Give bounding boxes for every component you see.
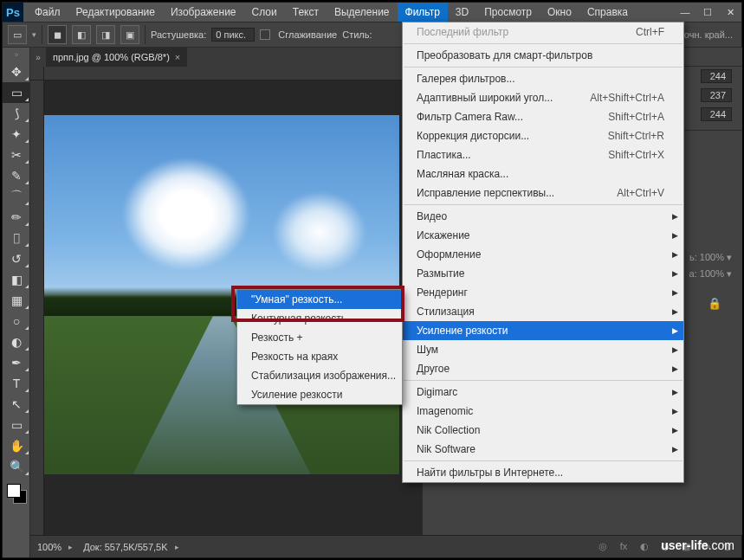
menu-browse-filters[interactable]: Найти фильтры в Интернете... <box>403 463 683 482</box>
tool-eraser[interactable]: ◧ <box>3 269 30 290</box>
sharpen-submenu: "Умная" резкость... Контурная резкость..… <box>236 289 403 405</box>
status-icon-1[interactable]: ◎ <box>594 541 611 552</box>
menu-file[interactable]: Файл <box>27 3 68 22</box>
fill-label: а: <box>689 268 697 279</box>
menu-filter[interactable]: Фильтр <box>398 3 448 22</box>
menu-noise[interactable]: Шум▶ <box>403 340 683 359</box>
menu-blur[interactable]: Размытие▶ <box>403 264 683 283</box>
submenu-smart-sharpen[interactable]: "Умная" резкость... <box>237 290 402 309</box>
antialias-checkbox[interactable] <box>260 29 270 40</box>
menu-3d[interactable]: 3D <box>448 3 476 22</box>
menu-digimarc[interactable]: Digimarc▶ <box>403 383 683 402</box>
menu-nik-collection[interactable]: Nik Collection▶ <box>403 421 683 440</box>
close-button[interactable]: ✕ <box>719 3 741 22</box>
status-bar: 100% ▸ Док: 557,5K/557,5K ▸ ◎ fx ◐ ◑ ▦ ✎… <box>30 535 741 557</box>
doc-info-chevron-icon[interactable]: ▸ <box>175 543 190 551</box>
tool-blur[interactable]: ○ <box>3 311 30 331</box>
menu-edit[interactable]: Редактирование <box>68 3 163 22</box>
menu-video[interactable]: Видео▶ <box>403 207 683 226</box>
tool-type[interactable]: T <box>3 373 30 394</box>
app-window: Ps Файл Редактирование Изображение Слои … <box>2 2 742 558</box>
tool-shape[interactable]: ▭ <box>3 415 30 435</box>
menu-oil-paint[interactable]: Масляная краска... <box>403 164 683 183</box>
antialias-label: Сглаживание <box>278 29 337 40</box>
tool-zoom[interactable]: 🔍 <box>3 456 30 477</box>
zoom-field[interactable]: 100% <box>30 542 68 552</box>
menu-imagenomic[interactable]: Imagenomic▶ <box>403 402 683 421</box>
submenu-contour-sharpness[interactable]: Контурная резкость... <box>237 309 402 328</box>
menu-text[interactable]: Текст <box>285 3 327 22</box>
selection-mode-add[interactable]: ◧ <box>72 25 91 44</box>
opacity-label: ь: <box>689 252 697 262</box>
menu-nik-software[interactable]: Nik Software▶ <box>403 440 683 459</box>
selection-mode-intersect[interactable]: ▣ <box>120 25 139 44</box>
submenu-sharpen-plus[interactable]: Резкость + <box>237 328 402 347</box>
menu-adaptive-wide[interactable]: Адаптивный широкий угол...Alt+Shift+Ctrl… <box>403 88 683 107</box>
menu-distort[interactable]: Искажение▶ <box>403 226 683 245</box>
tool-dodge[interactable]: ◐ <box>3 331 30 352</box>
menu-lens-correction[interactable]: Коррекция дисторсии...Shift+Ctrl+R <box>403 126 683 145</box>
menu-image[interactable]: Изображение <box>163 3 244 22</box>
feather-input[interactable] <box>211 28 255 42</box>
fill-value[interactable]: 100% <box>700 268 724 279</box>
ruler-corner <box>30 67 44 80</box>
menu-convert-smart[interactable]: Преобразовать для смарт-фильтров <box>403 46 683 65</box>
tool-path[interactable]: ↖ <box>3 394 30 415</box>
tool-hand[interactable]: ✋ <box>3 435 30 456</box>
tool-magic-wand[interactable]: ✦ <box>3 124 30 145</box>
ruler-vertical[interactable] <box>30 80 44 535</box>
menu-select[interactable]: Выделение <box>327 3 398 22</box>
menu-camera-raw[interactable]: Фильтр Camera Raw...Shift+Ctrl+A <box>403 107 683 126</box>
panel-value-b[interactable]: 237 <box>701 88 732 102</box>
tabbar-expand[interactable]: » <box>30 53 46 62</box>
submenu-unsharp[interactable]: Усиление резкости <box>237 385 402 404</box>
menu-window[interactable]: Окно <box>540 3 579 22</box>
menubar: Ps Файл Редактирование Изображение Слои … <box>3 3 741 22</box>
menu-filter-gallery[interactable]: Галерея фильтров... <box>403 69 683 88</box>
menu-render-decor[interactable]: Оформление▶ <box>403 245 683 264</box>
filter-menu: Последний фильтрCtrl+F Преобразовать для… <box>402 22 684 483</box>
active-tool-icon[interactable]: ▭ <box>8 25 27 44</box>
tool-brush[interactable]: ✏ <box>3 207 30 228</box>
tool-pen[interactable]: ✒ <box>3 352 30 373</box>
panel-value-a[interactable]: 244 <box>701 69 732 83</box>
tool-stamp[interactable]: ⌷ <box>3 228 30 248</box>
submenu-stabilize[interactable]: Стабилизация изображения... <box>237 366 402 385</box>
menu-stylize[interactable]: Стилизация▶ <box>403 302 683 321</box>
menu-view[interactable]: Просмотр <box>476 3 540 22</box>
menu-other[interactable]: Другое▶ <box>403 359 683 378</box>
doc-info[interactable]: Док: 557,5K/557,5K <box>83 542 174 552</box>
tool-gradient[interactable]: ▦ <box>3 290 30 311</box>
submenu-sharpen-edges[interactable]: Резкость на краях <box>237 347 402 366</box>
menu-last-filter[interactable]: Последний фильтрCtrl+F <box>403 23 683 42</box>
foreground-color[interactable] <box>7 484 21 498</box>
document-tab-close[interactable]: × <box>175 52 180 62</box>
style-label: Стиль: <box>342 29 372 40</box>
maximize-button[interactable]: ☐ <box>696 3 719 22</box>
feather-label: Растушевка: <box>151 29 206 40</box>
selection-mode-new[interactable]: ◼ <box>48 25 67 44</box>
toolbar-collapse[interactable]: » <box>3 48 30 61</box>
tool-lasso[interactable]: ⟆ <box>3 103 30 124</box>
selection-mode-subtract[interactable]: ◨ <box>96 25 115 44</box>
tool-eyedropper[interactable]: ✎ <box>3 165 30 186</box>
menu-layers[interactable]: Слои <box>244 3 285 22</box>
panel-value-c[interactable]: 244 <box>701 107 732 121</box>
zoom-chevron-icon[interactable]: ▸ <box>68 543 83 551</box>
status-icon-3[interactable]: ◐ <box>636 541 653 552</box>
tool-history-brush[interactable]: ↺ <box>3 248 30 269</box>
opacity-value[interactable]: 100% <box>700 252 724 262</box>
status-icon-2[interactable]: fx <box>615 541 632 552</box>
minimize-button[interactable]: — <box>674 3 696 22</box>
tool-crop[interactable]: ✂ <box>3 145 30 165</box>
tool-move[interactable]: ✥ <box>3 61 30 82</box>
menu-help[interactable]: Справка <box>579 3 636 22</box>
tool-healing[interactable]: ⌒ <box>3 186 30 207</box>
menu-liquify[interactable]: Пластика...Shift+Ctrl+X <box>403 145 683 164</box>
tool-marquee[interactable]: ▭ <box>3 82 30 103</box>
menu-rendering[interactable]: Рендеринг▶ <box>403 283 683 302</box>
menu-vanishing-point[interactable]: Исправление перспективы...Alt+Ctrl+V <box>403 183 683 203</box>
color-swatches[interactable] <box>3 482 29 510</box>
menu-sharpen[interactable]: Усиление резкости▶ <box>403 321 683 340</box>
document-tab[interactable]: прпп.jpg @ 100% (RGB/8*) × <box>46 48 187 67</box>
